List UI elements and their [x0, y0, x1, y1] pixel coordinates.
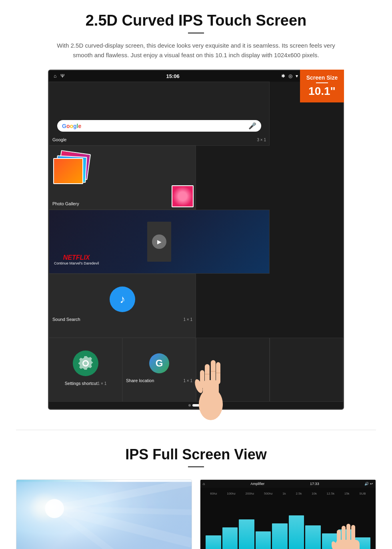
eq-bar-6 [289, 515, 304, 549]
flower-photo [172, 185, 194, 207]
google-grid-size: 3 × 1 [257, 138, 266, 142]
eq-bar-5 [272, 523, 288, 549]
wifi-icon: ▾ [296, 73, 298, 79]
settings-cell[interactable]: Settings shortcut 1 × 1 [49, 338, 122, 402]
usb-icon: Ψ [60, 73, 64, 79]
section1-title-underline [188, 32, 204, 34]
eq-time: 17:33 [310, 482, 319, 486]
settings-grid-size: 1 × 1 [98, 381, 107, 386]
badge-title: Screen Size [304, 74, 340, 81]
app-grid-row1: Google 🎤 Google 3 × 1 [49, 82, 343, 210]
app-grid-row2: ▶ NETFLIX Continue Marvel's Daredevil Ne… [49, 210, 343, 338]
home-icon[interactable]: ⌂ [54, 73, 56, 79]
eq-bar-4 [256, 531, 271, 549]
netflix-app-cell[interactable]: ▶ NETFLIX Continue Marvel's Daredevil Ne… [49, 210, 270, 274]
status-time: 15:06 [166, 73, 180, 79]
status-left: ⌂ Ψ [54, 73, 64, 79]
feature-grid: No light reflecting under 360° direct su… [16, 479, 376, 549]
svg-rect-3 [211, 360, 216, 384]
google-app-label: Google [52, 137, 66, 142]
eq-display: ⌂ Amplifier 17:33 🔊 ↩ 60hz100hz200hz500h… [200, 480, 376, 549]
photo-gallery-cell[interactable]: Photo Gallery 2 × 2 [49, 146, 196, 210]
section2-title-underline [188, 466, 204, 467]
svg-rect-2 [205, 364, 210, 386]
music-note-icon: ♪ [120, 293, 125, 306]
gps-icon: ◎ [288, 73, 292, 79]
gallery-stack [53, 150, 89, 194]
badge-divider [316, 82, 328, 83]
eq-title: Amplifier [250, 482, 264, 486]
g-logo: G [149, 353, 169, 373]
section-divider [16, 430, 376, 430]
section1: 2.5D Curved IPS Touch Screen With 2.5D c… [0, 0, 392, 418]
play-button[interactable]: ▶ [152, 234, 166, 249]
badge-size: 10.1" [304, 85, 340, 98]
sound-grid-size: 1 × 1 [183, 317, 192, 322]
gear-icon [78, 355, 94, 371]
google-logo: Google [62, 123, 81, 129]
amplifier-image: ⌂ Amplifier 17:33 🔊 ↩ 60hz100hz200hz500h… [200, 480, 376, 549]
mic-icon[interactable]: 🎤 [248, 122, 256, 130]
google-label-row: Google 3 × 1 [49, 136, 269, 142]
eq-bar-2 [222, 527, 238, 549]
section2: IPS Full Screen View [0, 442, 392, 549]
section1-description: With 2.5D curved-display screen, this de… [56, 41, 336, 60]
eq-home-icon: ⌂ [203, 482, 205, 486]
settings-label-row: Settings shortcut 1 × 1 [62, 379, 110, 386]
sound-search-cell[interactable]: ♪ Sound Search 1 × 1 [49, 274, 196, 338]
empty-cell-2 [270, 338, 343, 402]
gallery-photo-3 [53, 158, 83, 184]
feature-card-amplifier: ⌂ Amplifier 17:33 🔊 ↩ 60hz100hz200hz500h… [200, 479, 376, 549]
netflix-overlay: NETFLIX Continue Marvel's Daredevil [54, 254, 99, 265]
feature-card-sunlight: No light reflecting under 360° direct su… [16, 479, 192, 549]
music-icon-wrap: ♪ [110, 287, 135, 312]
section1-title: 2.5D Curved IPS Touch Screen [16, 12, 376, 29]
google-search-bar[interactable]: Google 🎤 [57, 120, 261, 132]
hand-svg [191, 348, 231, 420]
sunlight-svg [16, 480, 192, 549]
share-app-label: Share location [126, 378, 154, 383]
svg-rect-20 [336, 540, 360, 549]
sunlight-image [16, 480, 192, 549]
eq-bar-7 [305, 525, 321, 549]
netflix-subtitle: Continue Marvel's Daredevil [54, 261, 99, 265]
share-location-cell[interactable]: G Share location 1 × 1 [122, 338, 196, 402]
status-bar: ⌂ Ψ 15:06 ✱ ◎ ▾ 📷 🔊 ✕ ▭ ↩ [49, 70, 343, 82]
settings-icon-wrap [73, 351, 98, 376]
share-label-row: Share location 1 × 1 [123, 377, 196, 383]
google-app-cell[interactable]: Google 🎤 Google 3 × 1 [49, 82, 270, 146]
hand-overlay [187, 348, 235, 422]
screen-container: Screen Size 10.1" ⌂ Ψ 15:06 ✱ ◎ ▾ 📷 🔊 ✕ [48, 70, 344, 410]
section2-title: IPS Full Screen View [16, 446, 376, 463]
eq-bar-1 [206, 535, 221, 549]
eq-status-bar: ⌂ Amplifier 17:33 🔊 ↩ [200, 480, 376, 488]
eq-icons: 🔊 ↩ [364, 482, 373, 486]
hand-touch-svg [332, 524, 364, 549]
settings-app-label: Settings shortcut [65, 381, 98, 386]
eq-bar-3 [239, 519, 254, 549]
screen-size-badge: Screen Size 10.1" [300, 70, 344, 102]
sound-label-row: Sound Search 1 × 1 [49, 315, 196, 322]
bluetooth-icon: ✱ [281, 73, 285, 79]
sound-app-label: Sound Search [52, 317, 80, 322]
gallery-app-label: Photo Gallery [52, 201, 79, 206]
netflix-logo: NETFLIX [54, 254, 99, 261]
